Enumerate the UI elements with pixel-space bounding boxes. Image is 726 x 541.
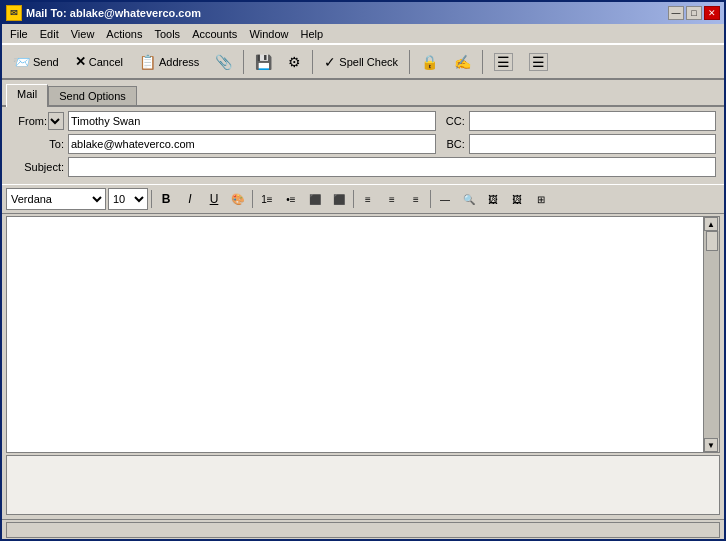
image-search-button[interactable]: 🔍 (458, 188, 480, 210)
fmt-sep-2 (252, 190, 253, 208)
to-label: To: (10, 138, 64, 150)
menu-file[interactable]: File (4, 26, 34, 42)
scroll-down-button[interactable]: ▼ (704, 438, 718, 452)
font-selector[interactable]: Verdana Arial Times New Roman Courier Ne… (6, 188, 106, 210)
align-right-button[interactable]: ≡ (405, 188, 427, 210)
format-toolbar: Verdana Arial Times New Roman Courier Ne… (2, 184, 724, 214)
send-label: Send (33, 56, 59, 68)
italic-button[interactable]: I (179, 188, 201, 210)
status-bar (2, 519, 724, 539)
address-button[interactable]: 📋 Address (132, 48, 206, 76)
from-label: From: (18, 115, 47, 127)
bc-label: BC: (440, 138, 465, 150)
minimize-button[interactable]: — (668, 6, 684, 20)
fmt-sep-4 (430, 190, 431, 208)
hrule-button[interactable]: — (434, 188, 456, 210)
cc-label: CC: (440, 115, 465, 127)
address-label: Address (159, 56, 199, 68)
fmt-sep-3 (353, 190, 354, 208)
scroll-track (704, 231, 719, 438)
compose-area: ▲ ▼ (2, 214, 724, 519)
bold-button[interactable]: B (155, 188, 177, 210)
toolbar-sep-3 (409, 50, 410, 74)
vertical-scrollbar[interactable]: ▲ ▼ (703, 217, 719, 452)
to-field[interactable] (68, 134, 436, 154)
tab-bar: Mail Send Options (2, 80, 724, 107)
address-icon: 📋 (139, 54, 156, 70)
compose-textarea[interactable] (7, 217, 703, 452)
underline-button[interactable]: U (203, 188, 225, 210)
title-bar: ✉ Mail To: ablake@whateverco.com — □ ✕ (2, 2, 724, 24)
ordered-list-button[interactable]: 1≡ (256, 188, 278, 210)
maximize-button[interactable]: □ (686, 6, 702, 20)
align-left-button[interactable]: ≡ (357, 188, 379, 210)
subject-field[interactable] (68, 157, 716, 177)
bc-field[interactable] (469, 134, 716, 154)
indent-button[interactable]: ⬛ (304, 188, 326, 210)
spellcheck-button[interactable]: ✓ Spell Check (317, 48, 405, 76)
send-options-tab[interactable]: Send Options (48, 86, 137, 105)
send-button[interactable]: 📨 Send (6, 48, 66, 76)
save-icon: 💾 (255, 54, 272, 70)
options-button[interactable]: ⚙ (281, 48, 308, 76)
from-row: From: ▼ CC: (10, 111, 716, 131)
menu-accounts[interactable]: Accounts (186, 26, 243, 42)
menu-help[interactable]: Help (295, 26, 330, 42)
menu-edit[interactable]: Edit (34, 26, 65, 42)
cancel-button[interactable]: ✕ Cancel (68, 48, 130, 76)
toolbar-sep-1 (243, 50, 244, 74)
attach-icon: 📎 (215, 54, 232, 70)
subject-label: Subject: (10, 161, 64, 173)
menu-tools[interactable]: Tools (148, 26, 186, 42)
scroll-up-button[interactable]: ▲ (704, 217, 718, 231)
html-icon: ☰ (494, 53, 513, 71)
main-toolbar: 📨 Send ✕ Cancel 📋 Address 📎 💾 ⚙ ✓ Spell … (2, 44, 724, 80)
title-bar-left: ✉ Mail To: ablake@whateverco.com (6, 5, 201, 21)
font-size-selector[interactable]: 8 9 10 11 12 14 (108, 188, 148, 210)
sign-button[interactable]: ✍ (447, 48, 478, 76)
status-panel (6, 522, 720, 538)
fmt-sep-1 (151, 190, 152, 208)
align-center-button[interactable]: ≡ (381, 188, 403, 210)
email-form: From: ▼ CC: To: BC: Subject: (2, 107, 724, 184)
menu-view[interactable]: View (65, 26, 101, 42)
cc-field[interactable] (469, 111, 716, 131)
title-bar-buttons: — □ ✕ (668, 6, 720, 20)
menu-actions[interactable]: Actions (100, 26, 148, 42)
window-title: Mail To: ablake@whateverco.com (26, 7, 201, 19)
insert-image-button[interactable]: 🖼 (482, 188, 504, 210)
text-view-button[interactable]: ☰ (522, 48, 555, 76)
sign-icon: ✍ (454, 54, 471, 70)
html-view-button[interactable]: ☰ (487, 48, 520, 76)
toolbar-sep-4 (482, 50, 483, 74)
cancel-label: Cancel (89, 56, 123, 68)
menu-bar: File Edit View Actions Tools Accounts Wi… (2, 24, 724, 44)
lock-icon: 🔒 (421, 54, 438, 70)
toolbar-sep-2 (312, 50, 313, 74)
spellcheck-label: Spell Check (339, 56, 398, 68)
menu-window[interactable]: Window (243, 26, 294, 42)
from-dropdown[interactable]: ▼ (48, 112, 64, 130)
options-icon: ⚙ (288, 54, 301, 70)
mail-icon: ✉ (6, 5, 22, 21)
from-field[interactable] (68, 111, 436, 131)
email-compose-window: ✉ Mail To: ablake@whateverco.com — □ ✕ F… (0, 0, 726, 541)
subject-row: Subject: (10, 157, 716, 177)
save-button[interactable]: 💾 (248, 48, 279, 76)
color-button[interactable]: 🎨 (227, 188, 249, 210)
cancel-icon: ✕ (75, 54, 86, 69)
close-button[interactable]: ✕ (704, 6, 720, 20)
outdent-button[interactable]: ⬛ (328, 188, 350, 210)
compose-body: ▲ ▼ (6, 216, 720, 453)
mail-tab[interactable]: Mail (6, 84, 48, 107)
to-row: To: BC: (10, 134, 716, 154)
encrypt-button[interactable]: 🔒 (414, 48, 445, 76)
send-icon: 📨 (13, 54, 30, 70)
insert-object-button[interactable]: ⊞ (530, 188, 552, 210)
unordered-list-button[interactable]: •≡ (280, 188, 302, 210)
scroll-thumb[interactable] (706, 231, 718, 251)
attach-button[interactable]: 📎 (208, 48, 239, 76)
spellcheck-icon: ✓ (324, 54, 336, 70)
signature-area (6, 455, 720, 515)
insert-table-button[interactable]: 🖼 (506, 188, 528, 210)
